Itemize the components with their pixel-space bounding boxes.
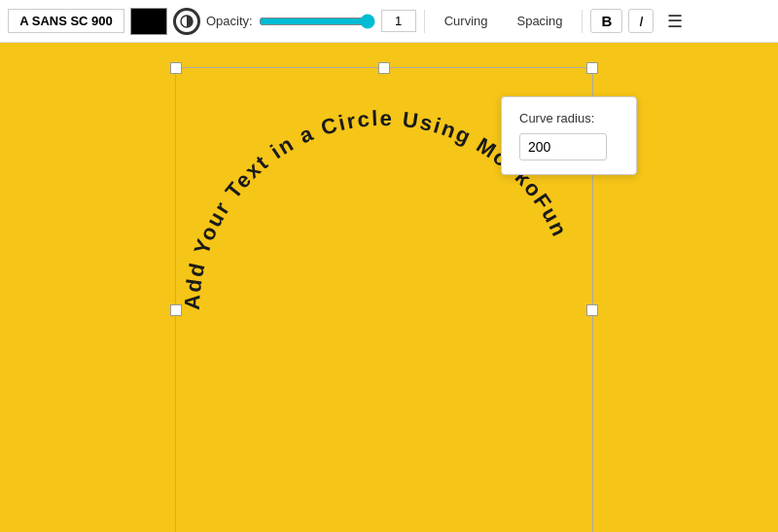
italic-button[interactable]: I <box>628 9 654 33</box>
bold-button[interactable]: B <box>590 9 622 33</box>
curve-popup: Curve radius: <box>501 96 637 175</box>
opacity-label: Opacity: <box>206 14 253 28</box>
curve-popup-label: Curve radius: <box>519 111 619 125</box>
curving-button[interactable]: Curving <box>433 10 500 32</box>
font-selector[interactable]: A SANS SC 900 <box>8 9 124 33</box>
canvas: Add Your Text in a Circle Using MockoFun… <box>0 43 778 532</box>
opacity-icon <box>173 8 200 35</box>
color-swatch[interactable] <box>130 8 167 35</box>
separator-1 <box>424 10 425 33</box>
spacing-button[interactable]: Spacing <box>505 10 574 32</box>
separator-2 <box>582 10 583 33</box>
curve-radius-input[interactable] <box>519 133 607 160</box>
more-menu-button[interactable]: ☰ <box>659 8 690 35</box>
opacity-slider[interactable] <box>259 14 375 29</box>
opacity-input[interactable] <box>381 10 416 32</box>
toolbar: A SANS SC 900 Opacity: Curving Spacing B… <box>0 0 778 43</box>
